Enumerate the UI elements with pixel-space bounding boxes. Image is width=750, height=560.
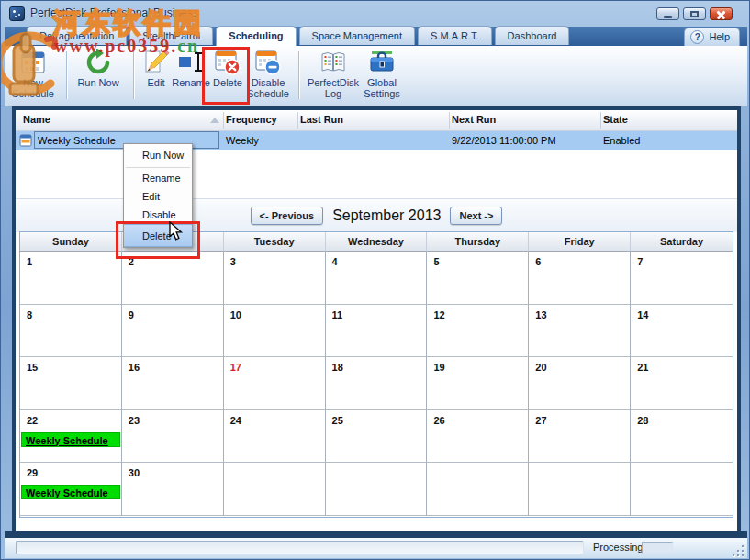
menu-item-edit[interactable]: Edit bbox=[124, 187, 192, 206]
calendar-day-header: Friday bbox=[529, 232, 631, 252]
calendar-day-cell[interactable]: 24 bbox=[224, 410, 326, 464]
calendar-day-cell[interactable]: 30 bbox=[122, 463, 224, 516]
row-name: Weekly Schedule bbox=[38, 135, 116, 146]
calendar-day-cell[interactable] bbox=[427, 463, 529, 516]
tab-scheduling[interactable]: Scheduling bbox=[216, 26, 296, 46]
column-next-run[interactable]: Next Run bbox=[452, 114, 496, 125]
button-label: Global Settings bbox=[364, 77, 400, 99]
toolbox-icon bbox=[368, 49, 396, 76]
disable-schedule-button[interactable]: Disable Schedule bbox=[243, 49, 293, 99]
minimize-icon bbox=[664, 16, 672, 18]
calendar-day-cell[interactable]: 16 bbox=[122, 357, 224, 410]
new-schedule-icon bbox=[19, 49, 47, 76]
delete-menu-annotation bbox=[116, 221, 200, 259]
help-icon: ? bbox=[690, 30, 704, 44]
calendar-day-cell[interactable]: 12 bbox=[427, 305, 529, 358]
toolbar-separator bbox=[133, 51, 134, 99]
calendar-day-cell[interactable]: 9 bbox=[122, 305, 224, 358]
day-number: 6 bbox=[529, 252, 630, 269]
close-button[interactable] bbox=[710, 7, 733, 20]
calendar-day-cell[interactable]: 25 bbox=[326, 410, 428, 464]
global-settings-button[interactable]: Global Settings bbox=[359, 49, 405, 99]
calendar-day-cell[interactable]: 8 bbox=[20, 305, 122, 358]
minimize-button[interactable] bbox=[656, 7, 679, 20]
calendar-day-cell[interactable]: 5 bbox=[427, 252, 529, 305]
new-schedule-button[interactable]: New Schedule bbox=[7, 49, 59, 99]
tab-defragmentation[interactable]: Defragmentation bbox=[27, 26, 127, 45]
tab-dashboard[interactable]: Dashboard bbox=[495, 26, 570, 45]
calendar-day-cell[interactable]: 1 bbox=[20, 252, 122, 305]
calendar-event[interactable]: Weekly Schedule bbox=[21, 485, 120, 499]
calendar-day-cell[interactable] bbox=[529, 463, 631, 516]
column-name[interactable]: Name bbox=[23, 114, 50, 125]
calendar-day-cell[interactable]: 23 bbox=[122, 410, 224, 464]
calendar-day-cell[interactable]: 4 bbox=[326, 252, 428, 305]
previous-month-button[interactable]: <- Previous bbox=[251, 207, 324, 225]
calendar-day-cell[interactable] bbox=[224, 463, 326, 516]
next-month-button[interactable]: Next -> bbox=[450, 207, 502, 225]
calendar-day-cell[interactable]: 21 bbox=[631, 357, 733, 410]
calendar-event[interactable]: Weekly Schedule bbox=[21, 432, 120, 447]
day-number: 7 bbox=[631, 252, 733, 269]
calendar-day-cell[interactable]: 27 bbox=[529, 410, 631, 464]
title-bar: PerfectDisk Professional Business bbox=[1, 1, 749, 27]
calendar-day-cell[interactable]: 18 bbox=[326, 357, 428, 410]
calendar-day-cell[interactable] bbox=[631, 463, 733, 516]
tab-space-management[interactable]: Space Management bbox=[299, 26, 415, 45]
rename-icon bbox=[177, 49, 205, 76]
calendar-day-cell[interactable]: 2 bbox=[122, 252, 224, 305]
day-number: 26 bbox=[427, 410, 528, 428]
day-number: 18 bbox=[326, 357, 427, 375]
maximize-button[interactable] bbox=[683, 7, 706, 20]
tab-smart[interactable]: S.M.A.R.T. bbox=[418, 26, 492, 45]
calendar-day-cell[interactable]: 13 bbox=[529, 305, 631, 358]
calendar-day-cell[interactable]: 22Weekly Schedule bbox=[20, 410, 122, 464]
run-now-icon bbox=[84, 49, 112, 76]
window-title: PerfectDisk Professional Business bbox=[30, 6, 198, 19]
calendar-day-cell[interactable]: 10 bbox=[224, 305, 326, 358]
calendar-day-cell[interactable]: 29Weekly Schedule bbox=[20, 463, 122, 516]
day-number: 21 bbox=[631, 357, 733, 375]
edit-button[interactable]: Edit bbox=[138, 49, 174, 88]
column-last-run[interactable]: Last Run bbox=[300, 114, 343, 125]
calendar-day-cell[interactable]: 28 bbox=[631, 410, 733, 464]
day-number: 28 bbox=[631, 410, 733, 428]
processing-label: Processing bbox=[593, 542, 643, 553]
calendar-day-cell[interactable]: 26 bbox=[427, 410, 529, 464]
help-button[interactable]: ? Help bbox=[684, 28, 740, 46]
calendar-day-cell[interactable]: 20 bbox=[529, 357, 631, 410]
calendar-day-cell[interactable]: 11 bbox=[326, 305, 428, 358]
toolbar-separator bbox=[66, 51, 67, 99]
calendar-day-cell[interactable] bbox=[326, 463, 428, 516]
menu-separator bbox=[126, 167, 190, 168]
calendar-day-cell[interactable]: 3 bbox=[224, 252, 326, 305]
tab-stealthpatrol[interactable]: StealthPatrol bbox=[129, 26, 213, 45]
day-number: 13 bbox=[529, 305, 630, 322]
calendar-day-cell[interactable]: 15 bbox=[20, 357, 122, 410]
calendar-day-cell[interactable]: 7 bbox=[631, 252, 733, 305]
day-number: 10 bbox=[224, 305, 325, 322]
status-message-field bbox=[16, 541, 584, 554]
day-number bbox=[529, 463, 630, 480]
calendar-day-cell[interactable]: 19 bbox=[427, 357, 529, 410]
button-label: Disable Schedule bbox=[247, 77, 289, 99]
day-number: 29 bbox=[20, 463, 121, 480]
day-number bbox=[326, 463, 427, 480]
schedule-table-header: Name Frequency Last Run Next Run State bbox=[16, 110, 737, 131]
day-number bbox=[631, 463, 733, 480]
calendar-day-cell[interactable]: 17 bbox=[224, 357, 326, 410]
menu-item-rename[interactable]: Rename bbox=[124, 169, 192, 187]
run-now-button[interactable]: Run Now bbox=[73, 49, 124, 88]
log-book-icon bbox=[319, 49, 347, 76]
menu-item-run-now[interactable]: Run Now bbox=[124, 144, 192, 166]
column-state[interactable]: State bbox=[603, 114, 628, 125]
toolbar-separator bbox=[298, 51, 299, 99]
toolbar: New Schedule Run Now Edit Rename bbox=[5, 46, 747, 106]
column-frequency[interactable]: Frequency bbox=[226, 114, 277, 125]
perfectdisk-log-button[interactable]: PerfectDisk Log bbox=[305, 49, 362, 99]
calendar-day-cell[interactable]: 14 bbox=[631, 305, 733, 358]
calendar-day-header: Saturday bbox=[631, 232, 733, 252]
edit-pencil-icon bbox=[142, 49, 170, 76]
calendar-day-cell[interactable]: 6 bbox=[529, 252, 631, 305]
resize-grip-icon[interactable] bbox=[732, 545, 744, 556]
